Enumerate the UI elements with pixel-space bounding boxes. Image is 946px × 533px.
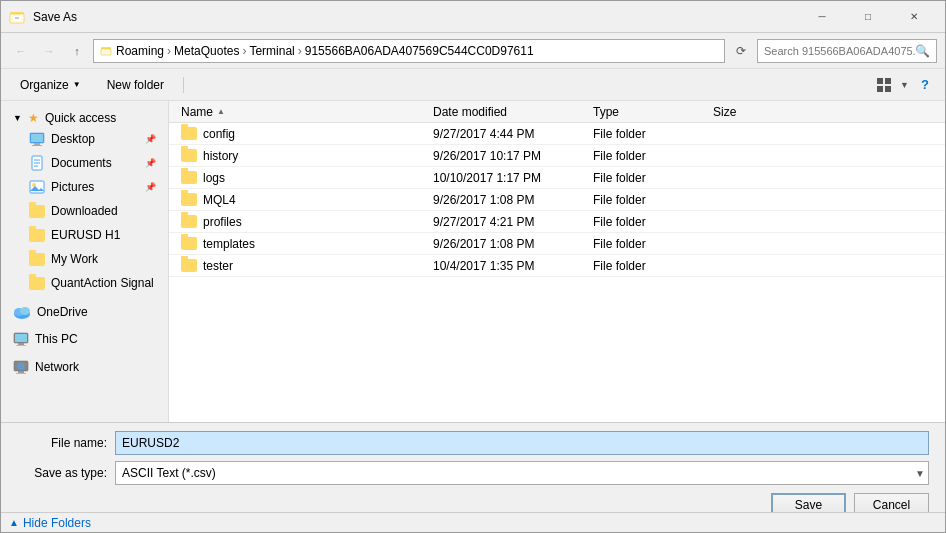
view-button[interactable]	[872, 73, 896, 97]
table-row[interactable]: history 9/26/2017 10:17 PM File folder	[169, 145, 945, 167]
chevron-down-icon: ▼	[13, 113, 22, 123]
table-row[interactable]: tester 10/4/2017 1:35 PM File folder	[169, 255, 945, 277]
network-section: Network	[1, 353, 168, 377]
file-date: 9/26/2017 1:08 PM	[433, 193, 593, 207]
help-button[interactable]: ?	[913, 73, 937, 97]
breadcrumb-id: 915566BA06ADA407569C544CC0D97611	[305, 44, 534, 58]
svg-rect-6	[877, 78, 883, 84]
column-name[interactable]: Name ▲	[173, 105, 433, 119]
sidebar-item-quantaction[interactable]: QuantAction Signal	[1, 271, 168, 295]
up-button[interactable]: ↑	[65, 39, 89, 63]
breadcrumb-roaming	[100, 44, 116, 58]
table-row[interactable]: logs 10/10/2017 1:17 PM File folder	[169, 167, 945, 189]
documents-icon	[29, 155, 45, 171]
svg-rect-11	[34, 143, 40, 145]
sort-arrow: ▲	[217, 107, 225, 116]
dialog-title: Save As	[33, 10, 77, 24]
star-icon: ★	[28, 111, 39, 125]
sidebar-item-desktop[interactable]: Desktop 📌	[1, 127, 168, 151]
svg-rect-7	[885, 78, 891, 84]
folder-icon	[181, 237, 197, 250]
filename-row: File name:	[17, 431, 929, 455]
folder-icon	[29, 253, 45, 266]
address-path[interactable]: Roaming › MetaQuotes › Terminal › 915566…	[93, 39, 725, 63]
breadcrumb-segment: Roaming	[116, 44, 164, 58]
pin-icon: 📌	[145, 158, 156, 168]
sidebar: ▼ ★ Quick access Desktop 📌	[1, 101, 169, 422]
folder-icon	[181, 215, 197, 228]
svg-rect-27	[16, 345, 26, 346]
pin-icon: 📌	[145, 182, 156, 192]
column-type[interactable]: Type	[593, 105, 713, 119]
table-row[interactable]: MQL4 9/26/2017 1:08 PM File folder	[169, 189, 945, 211]
table-row[interactable]: config 9/27/2017 4:44 PM File folder	[169, 123, 945, 145]
sidebar-item-documents[interactable]: Documents 📌	[1, 151, 168, 175]
new-folder-button[interactable]: New folder	[96, 73, 175, 97]
search-input[interactable]	[764, 45, 915, 57]
title-bar: Save As ─ □ ✕	[1, 1, 945, 33]
view-chevron[interactable]: ▼	[900, 80, 909, 90]
file-list-header: Name ▲ Date modified Type Size	[169, 101, 945, 123]
sidebar-item-eurusd[interactable]: EURUSD H1	[1, 223, 168, 247]
folder-icon	[181, 171, 197, 184]
table-row[interactable]: templates 9/26/2017 1:08 PM File folder	[169, 233, 945, 255]
svg-rect-5	[101, 49, 111, 55]
quick-access-header[interactable]: ▼ ★ Quick access	[1, 105, 168, 127]
close-button[interactable]: ✕	[891, 1, 937, 33]
svg-rect-18	[30, 181, 44, 193]
pictures-icon	[29, 179, 45, 195]
computer-icon	[13, 331, 29, 347]
sidebar-item-pictures[interactable]: Pictures 📌	[1, 175, 168, 199]
folder-icon	[29, 277, 45, 290]
svg-rect-8	[877, 86, 883, 92]
filename-input[interactable]	[115, 431, 929, 455]
svg-rect-25	[15, 334, 27, 342]
sidebar-item-downloaded[interactable]: Downloaded	[1, 199, 168, 223]
file-type: File folder	[593, 193, 713, 207]
svg-rect-33	[16, 373, 26, 374]
toolbar: Organize ▼ New folder ▼ ?	[1, 69, 945, 101]
savetype-wrapper: ASCII Text (*.csv) CSV (*.csv) Text (*.t…	[115, 461, 929, 485]
filename-label: File name:	[17, 436, 107, 450]
organize-button[interactable]: Organize ▼	[9, 73, 92, 97]
pin-icon: 📌	[145, 134, 156, 144]
table-row[interactable]: profiles 9/27/2017 4:21 PM File folder	[169, 211, 945, 233]
search-box[interactable]: 🔍	[757, 39, 937, 63]
breadcrumb-metaquotes: MetaQuotes	[174, 44, 239, 58]
maximize-button[interactable]: □	[845, 1, 891, 33]
chevron-up-icon: ▲	[9, 517, 19, 528]
onedrive-icon	[13, 305, 31, 319]
file-type: File folder	[593, 149, 713, 163]
column-date[interactable]: Date modified	[433, 105, 593, 119]
window-controls: ─ □ ✕	[799, 1, 937, 33]
file-date: 10/10/2017 1:17 PM	[433, 171, 593, 185]
column-size[interactable]: Size	[713, 105, 793, 119]
file-date: 9/27/2017 4:21 PM	[433, 215, 593, 229]
thispc-item[interactable]: This PC	[1, 325, 168, 349]
onedrive-item[interactable]: OneDrive	[1, 299, 168, 321]
view-icon	[877, 78, 891, 92]
folder-icon	[181, 259, 197, 272]
breadcrumb-terminal: Terminal	[249, 44, 294, 58]
file-date: 9/26/2017 10:17 PM	[433, 149, 593, 163]
file-type: File folder	[593, 259, 713, 273]
file-type: File folder	[593, 171, 713, 185]
minimize-button[interactable]: ─	[799, 1, 845, 33]
savetype-label: Save as type:	[17, 466, 107, 480]
folder-icon	[29, 205, 45, 218]
refresh-button[interactable]: ⟳	[729, 39, 753, 63]
svg-rect-12	[32, 145, 42, 146]
file-date: 9/26/2017 1:08 PM	[433, 237, 593, 251]
hide-folders-toggle[interactable]: ▲ Hide Folders	[1, 512, 945, 532]
svg-rect-13	[31, 134, 43, 142]
back-button[interactable]: ←	[9, 39, 33, 63]
folder-icon	[181, 127, 197, 140]
network-item[interactable]: Network	[1, 353, 168, 377]
bottom-bar: File name: Save as type: ASCII Text (*.c…	[1, 422, 945, 512]
savetype-select[interactable]: ASCII Text (*.csv) CSV (*.csv) Text (*.t…	[115, 461, 929, 485]
sidebar-item-mywork[interactable]: My Work	[1, 247, 168, 271]
forward-button[interactable]: →	[37, 39, 61, 63]
dialog-icon	[9, 9, 25, 25]
savetype-row: Save as type: ASCII Text (*.csv) CSV (*.…	[17, 461, 929, 485]
main-content: ▼ ★ Quick access Desktop 📌	[1, 101, 945, 422]
